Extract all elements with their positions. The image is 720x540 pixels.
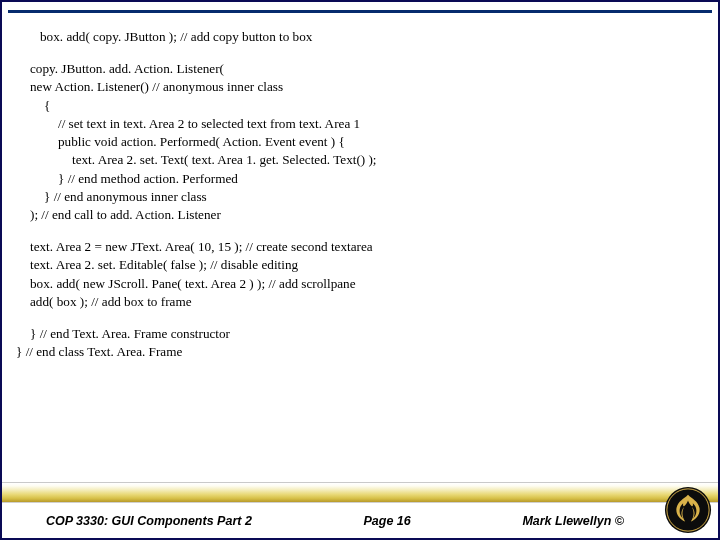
ucf-pegasus-seal-icon [664,486,712,534]
code-block: box. add( copy. JButton ); // add copy b… [30,28,690,376]
code-line: text. Area 2 = new JText. Area( 10, 15 )… [30,238,690,256]
code-line: text. Area 2. set. Text( text. Area 1. g… [30,151,690,169]
code-line: copy. JButton. add. Action. Listener( [30,60,690,78]
slide-frame: box. add( copy. JButton ); // add copy b… [0,0,720,540]
footer-bar: COP 3330: GUI Components Part 2 Page 16 … [2,502,718,538]
code-line: box. add( copy. JButton ); // add copy b… [30,28,690,46]
code-block-1: box. add( copy. JButton ); // add copy b… [30,28,690,46]
code-line: } // end method action. Performed [30,170,690,188]
svg-point-0 [665,487,711,533]
footer-gradient [2,482,718,502]
code-line: add( box ); // add box to frame [30,293,690,311]
code-line: new Action. Listener() // anonymous inne… [30,78,690,96]
code-line: } // end class Text. Area. Frame [16,343,690,361]
code-line: } // end Text. Area. Frame constructor [30,325,690,343]
code-line: } // end anonymous inner class [30,188,690,206]
code-line: ); // end call to add. Action. Listener [30,206,690,224]
page-number: Page 16 [252,514,523,528]
course-title: COP 3330: GUI Components Part 2 [46,514,252,528]
code-line: text. Area 2. set. Editable( false ); //… [30,256,690,274]
footer: COP 3330: GUI Components Part 2 Page 16 … [2,482,718,538]
code-line: public void action. Performed( Action. E… [30,133,690,151]
code-block-3: text. Area 2 = new JText. Area( 10, 15 )… [30,238,690,311]
code-line: box. add( new JScroll. Pane( text. Area … [30,275,690,293]
code-line: // set text in text. Area 2 to selected … [30,115,690,133]
code-block-2: copy. JButton. add. Action. Listener( ne… [30,60,690,224]
author-copyright: Mark Llewellyn © [522,514,674,528]
top-rule [8,10,712,13]
code-line: { [30,97,690,115]
code-block-4: } // end Text. Area. Frame constructor }… [30,325,690,361]
